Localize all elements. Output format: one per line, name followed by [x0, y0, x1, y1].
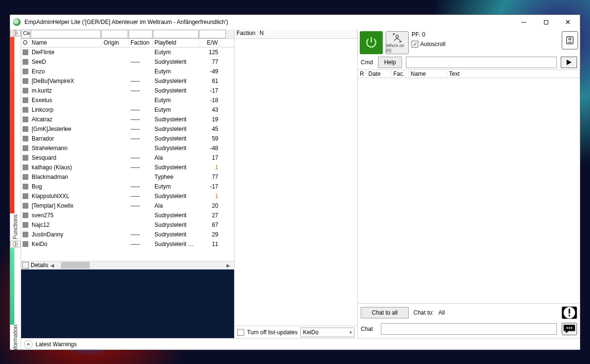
- factions-header: Faction N: [235, 29, 357, 39]
- svg-point-4: [569, 38, 571, 40]
- turnoff-checkbox[interactable]: [237, 329, 244, 336]
- cell-name: [DeBu]VampireX: [30, 78, 102, 84]
- table-row[interactable]: [Templar] Kowlix-----Ala20: [21, 201, 234, 211]
- run-button[interactable]: [561, 57, 577, 68]
- maximize-button[interactable]: [535, 15, 557, 29]
- cell-ew: 43: [199, 106, 220, 113]
- autoscroll-checkbox[interactable]: ✓: [412, 41, 418, 47]
- cell-name: Alcatraz: [30, 116, 102, 123]
- log-col-name[interactable]: Name: [409, 70, 447, 78]
- chat-input[interactable]: [381, 323, 557, 335]
- cell-ew: 19: [199, 116, 220, 123]
- filter-playfield-input[interactable]: [153, 30, 199, 38]
- log-col-r[interactable]: R: [358, 70, 366, 78]
- factions-pane: Faction N Turn off list-updates KeiDo ▾: [235, 29, 358, 338]
- minimize-button[interactable]: [513, 15, 535, 29]
- filter-faction-input[interactable]: [129, 30, 153, 38]
- table-row[interactable]: ExxetusEutym-18: [21, 95, 234, 105]
- col-playfield[interactable]: Playfield: [153, 39, 199, 47]
- table-row[interactable]: JustinDanny-----Sudrystelerit29: [21, 230, 234, 239]
- table-row[interactable]: BlackmadmanTyphee77: [21, 172, 234, 182]
- cell-faction: -----: [129, 164, 153, 171]
- cell-playfield: Sudrystelerit: [153, 231, 199, 238]
- table-row[interactable]: sven275Sudrystelerit27: [21, 211, 234, 220]
- status-square: [23, 184, 28, 189]
- table-row[interactable]: kathago (Klaus)-----Sudrystelerit1: [21, 163, 234, 172]
- table-row[interactable]: KlappstuhlXXL-----Sudrystelerit1: [21, 191, 234, 201]
- send-chat-button[interactable]: [562, 323, 577, 335]
- filter-clear-button[interactable]: Cle: [22, 30, 30, 38]
- information-expander[interactable]: [10, 241, 21, 247]
- power-button[interactable]: [360, 31, 383, 54]
- cell-playfield: Eutym: [153, 183, 199, 190]
- table-row[interactable]: Bug-----Eutym-17: [21, 182, 234, 191]
- table-row[interactable]: DieFlinteEutym125: [21, 47, 234, 57]
- details-scroll-right[interactable]: ▶: [224, 263, 232, 268]
- table-row[interactable]: StrahelemannSudrystelerit-48: [21, 143, 234, 153]
- table-row[interactable]: Linkcorp-----Eutym43: [21, 105, 234, 115]
- players-grid-header: O Name Origin Faction Playfield E/W: [21, 39, 234, 47]
- console-area[interactable]: [21, 270, 234, 338]
- table-row[interactable]: Barrador-----Sudrystelerit59: [21, 134, 234, 143]
- cell-faction: -----: [129, 126, 153, 132]
- cell-playfield: Eutym: [153, 49, 199, 56]
- filter-name-input[interactable]: [31, 30, 101, 38]
- table-row[interactable]: Sesquard-----Ala17: [21, 153, 234, 163]
- col-ew[interactable]: E/W: [199, 39, 220, 47]
- col-n[interactable]: N: [258, 29, 357, 38]
- details-scroll-track[interactable]: [56, 262, 224, 269]
- help-button[interactable]: Help: [378, 57, 402, 68]
- journal-button[interactable]: [562, 31, 578, 49]
- table-row[interactable]: EnzoEutym-49: [21, 67, 234, 76]
- col-name[interactable]: Name: [30, 39, 102, 47]
- details-checkbox[interactable]: [22, 262, 29, 269]
- cmd-input[interactable]: [406, 57, 557, 68]
- filter-origin-input[interactable]: [101, 30, 128, 38]
- table-row[interactable]: [DeBu]VampireX-----Sudrystelerit61: [21, 76, 234, 86]
- app-window: EmpAdminHelper Lite ('[GER/DE] Abenteuer…: [10, 14, 580, 350]
- log-body[interactable]: [358, 78, 580, 303]
- table-row[interactable]: SeeD-----Sudrystelerit77: [21, 57, 234, 67]
- col-origin[interactable]: Origin: [102, 39, 129, 47]
- refresh-user-icon: [392, 33, 402, 43]
- status-square: [23, 126, 28, 132]
- functions-expander[interactable]: [10, 30, 21, 36]
- cell-name: sven275: [30, 212, 102, 219]
- warnings-expander[interactable]: [24, 340, 33, 349]
- cell-name: Strahelemann: [30, 145, 102, 152]
- svg-point-1: [13, 242, 18, 247]
- log-col-text[interactable]: Text: [447, 70, 580, 78]
- cell-name: [Templar] Kowlix: [30, 202, 102, 209]
- status-square: [23, 145, 28, 151]
- factions-body[interactable]: [235, 39, 357, 326]
- table-row[interactable]: [GmK]Jesterlee-----Sudrystelerit45: [21, 124, 234, 134]
- log-col-fac[interactable]: Fac.: [391, 70, 409, 78]
- cell-playfield: Sudrystelerit: [153, 135, 199, 142]
- table-row[interactable]: KeiDo-----Sudrystelerit Sector11: [21, 239, 234, 249]
- cell-name: SeeD: [30, 59, 102, 65]
- alert-button[interactable]: [562, 306, 577, 319]
- details-scroll-left[interactable]: ◀: [48, 263, 56, 268]
- journal-icon: [565, 35, 575, 45]
- titlebar[interactable]: EmpAdminHelper Lite ('[GER/DE] Abenteuer…: [10, 15, 580, 29]
- log-col-date[interactable]: Date: [366, 70, 391, 78]
- cell-playfield: Sudrystelerit: [153, 145, 199, 152]
- cell-ew: 61: [199, 78, 220, 84]
- status-square: [23, 97, 28, 103]
- table-row[interactable]: m.kuritz-----Sudrystelerit-17: [21, 86, 234, 95]
- players-grid-body[interactable]: DieFlinteEutym125SeeD-----Sudrystelerit7…: [21, 47, 234, 261]
- status-square: [23, 117, 28, 122]
- status-square: [23, 136, 28, 141]
- whos-on-button[interactable]: Who's on (0): [386, 31, 409, 54]
- cell-ew: 1: [199, 164, 220, 171]
- player-select[interactable]: KeiDo ▾: [300, 328, 354, 337]
- close-button[interactable]: ✕: [557, 15, 579, 29]
- warnings-label: Latest Warnings: [35, 341, 77, 348]
- col-faction2[interactable]: Faction: [235, 29, 258, 38]
- col-faction[interactable]: Faction: [129, 39, 153, 47]
- table-row[interactable]: Alcatraz-----Sudrystelerit19: [21, 115, 234, 124]
- table-row[interactable]: Najc12Sudrystelerit67: [21, 220, 234, 230]
- chat-to-all-button[interactable]: Chat to all: [361, 307, 409, 318]
- col-o[interactable]: O: [21, 39, 30, 47]
- filter-ew-input[interactable]: [199, 30, 226, 38]
